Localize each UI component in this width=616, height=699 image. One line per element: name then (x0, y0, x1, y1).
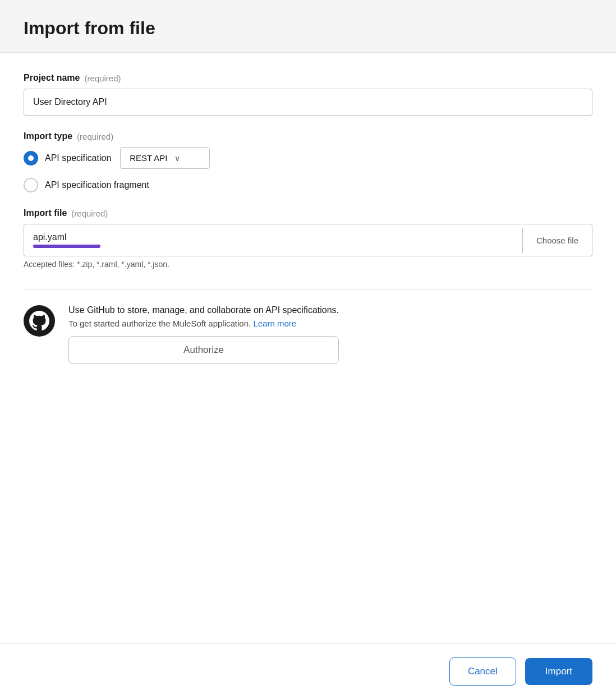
project-name-label-text: Project name (24, 73, 80, 83)
import-type-label-text: Import type (24, 131, 72, 141)
main-content: Project name (required) Import type (req… (0, 53, 616, 643)
file-input-row: api.yaml Choose file (24, 224, 592, 256)
import-file-field-group: Import file (required) api.yaml Choose f… (24, 208, 592, 269)
import-file-label-text: Import file (24, 208, 67, 218)
github-icon (24, 305, 55, 337)
rest-api-dropdown[interactable]: REST API ∨ (120, 147, 210, 169)
accepted-files-text: Accepted files: *.zip, *.raml, *.yaml, *… (24, 260, 592, 269)
project-name-required: (required) (84, 73, 121, 83)
project-name-label: Project name (required) (24, 73, 592, 83)
authorize-button[interactable]: Authorize (68, 336, 339, 364)
project-name-input[interactable] (24, 89, 592, 116)
import-type-radio-group: API specification REST API ∨ API specifi… (24, 147, 592, 192)
radio-api-spec-label: API specification (45, 153, 111, 163)
github-section-title: Use GitHub to store, manage, and collabo… (68, 305, 339, 315)
learn-more-link[interactable]: Learn more (253, 319, 296, 328)
file-name-area: api.yaml (24, 224, 522, 256)
radio-api-spec-fragment[interactable]: API specification fragment (24, 178, 592, 192)
chevron-down-icon: ∨ (174, 154, 180, 163)
section-divider (24, 289, 592, 289)
cancel-button[interactable]: Cancel (449, 657, 516, 686)
github-section: Use GitHub to store, manage, and collabo… (24, 305, 592, 364)
import-type-field-group: Import type (required) API specification… (24, 131, 592, 192)
github-section-subtitle: To get started authorize the MuleSoft ap… (68, 319, 339, 328)
import-type-label: Import type (required) (24, 131, 592, 141)
import-button[interactable]: Import (525, 658, 592, 685)
radio-api-spec-fragment-label: API specification fragment (45, 180, 149, 190)
radio-api-spec-fragment-button[interactable] (24, 178, 38, 192)
github-subtitle-text: To get started authorize the MuleSoft ap… (68, 319, 251, 328)
file-progress-bar (33, 245, 100, 248)
radio-api-spec-button[interactable] (24, 151, 38, 165)
import-file-required: (required) (71, 209, 108, 218)
radio-item-api-spec: API specification REST API ∨ (24, 147, 592, 169)
file-name-text: api.yaml (33, 232, 513, 242)
import-file-label: Import file (required) (24, 208, 592, 218)
choose-file-button[interactable]: Choose file (522, 228, 592, 253)
import-type-required: (required) (77, 132, 113, 141)
page-header: Import from file (0, 0, 616, 53)
project-name-field-group: Project name (required) (24, 73, 592, 116)
page-title: Import from file (24, 18, 592, 39)
svg-point-0 (24, 305, 55, 337)
footer: Cancel Import (0, 643, 616, 699)
radio-api-spec[interactable]: API specification (24, 151, 111, 165)
rest-api-dropdown-value: REST API (130, 153, 167, 163)
github-text-block: Use GitHub to store, manage, and collabo… (68, 305, 339, 364)
